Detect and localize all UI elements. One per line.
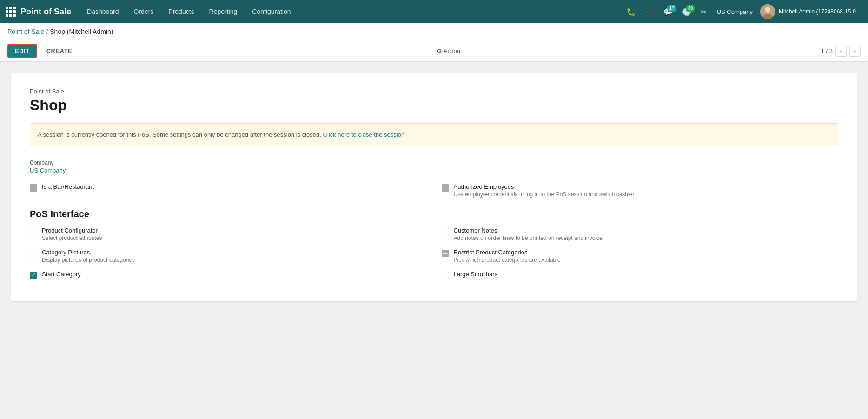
customer-notes-label: Customer Notes xyxy=(454,227,603,234)
start-category-label: Start Category xyxy=(42,271,81,278)
main-content: Point of Sale Shop A session is currentl… xyxy=(0,62,868,416)
authorized-employees-checkbox[interactable] xyxy=(442,184,449,192)
col-bar-restaurant: Is a Bar/Restaurant xyxy=(30,183,427,198)
start-category-info: Start Category xyxy=(42,271,81,278)
is-bar-restaurant-label: Is a Bar/Restaurant xyxy=(42,183,94,190)
nav-reporting[interactable]: Reporting xyxy=(203,5,244,18)
breadcrumb-separator: / xyxy=(46,28,48,35)
product-configurator-checkbox[interactable] xyxy=(30,228,37,235)
is-bar-restaurant-checkbox[interactable] xyxy=(30,184,37,192)
col-category-pictures: Category Pictures Display pictures of pr… xyxy=(30,249,427,263)
phone-icon[interactable]: 📞 xyxy=(642,6,657,18)
authorized-employees-desc: Use employee credentials to log in to th… xyxy=(454,191,635,198)
company-label: Company xyxy=(30,160,838,166)
scissors-icon[interactable]: ✂ xyxy=(698,6,709,18)
col-authorized-employees: Authorized Employees Use employee creden… xyxy=(442,183,839,198)
nav-dashboard[interactable]: Dashboard xyxy=(80,5,126,18)
nav-orders[interactable]: Orders xyxy=(127,5,160,18)
customer-notes-checkbox[interactable] xyxy=(442,228,449,235)
restrict-categories-desc: Pick which product categories are availa… xyxy=(454,257,561,263)
prev-page-button[interactable]: ‹ xyxy=(835,46,847,57)
alert-text: A session is currently opened for this P… xyxy=(38,131,321,138)
apps-icon[interactable] xyxy=(6,7,16,17)
authorized-employees-info: Authorized Employees Use employee creden… xyxy=(454,183,635,198)
category-pictures-info: Category Pictures Display pictures of pr… xyxy=(42,249,135,263)
category-pictures-checkbox[interactable] xyxy=(30,250,37,257)
chat-icon[interactable]: 💬 17 xyxy=(661,6,676,18)
customer-notes-info: Customer Notes Add notes on order lines … xyxy=(454,227,603,241)
col-start-category: Start Category xyxy=(30,271,427,279)
large-scrollbars-info: Large Scrollbars xyxy=(454,271,498,278)
large-scrollbars-label: Large Scrollbars xyxy=(454,271,498,278)
start-category-checkbox[interactable] xyxy=(30,272,37,279)
company-field: Company US Company xyxy=(30,160,838,174)
clock-badge: 30 xyxy=(686,5,695,12)
record-title: Shop xyxy=(30,97,838,114)
svg-point-1 xyxy=(765,7,770,13)
avatar[interactable] xyxy=(760,4,775,19)
company-value[interactable]: US Company xyxy=(30,167,838,174)
restrict-categories-label: Restrict Product Categories xyxy=(454,249,561,256)
alert-banner: A session is currently opened for this P… xyxy=(30,123,838,146)
col-customer-notes: Customer Notes Add notes on order lines … xyxy=(442,227,839,241)
record-type: Point of Sale xyxy=(30,88,838,95)
col-restrict-categories: Restrict Product Categories Pick which p… xyxy=(442,249,839,263)
page-info: 1 / 3 xyxy=(821,47,833,54)
col-large-scrollbars: Large Scrollbars xyxy=(442,271,839,279)
edit-button[interactable]: EDIT xyxy=(7,44,37,58)
is-bar-restaurant-info: Is a Bar/Restaurant xyxy=(42,183,94,190)
customer-notes-desc: Add notes on order lines to be printed o… xyxy=(454,235,603,241)
record-card: Point of Sale Shop A session is currentl… xyxy=(11,73,857,301)
authorized-employees-label: Authorized Employees xyxy=(454,183,635,190)
product-configurator-label: Product Configurator xyxy=(42,227,102,234)
col-product-configurator: Product Configurator Select product attr… xyxy=(30,227,427,241)
row-bar-auth: Is a Bar/Restaurant Authorized Employees… xyxy=(30,183,838,198)
next-page-button[interactable]: › xyxy=(849,46,861,57)
breadcrumb-current: Shop (Mitchell Admin) xyxy=(50,28,113,35)
pos-interface-title: PoS Interface xyxy=(30,209,838,219)
create-button[interactable]: CREATE xyxy=(43,45,76,57)
product-configurator-info: Product Configurator Select product attr… xyxy=(42,227,102,241)
row-category-restrict: Category Pictures Display pictures of pr… xyxy=(30,249,838,263)
navbar-right: 🐛 📞 💬 17 🕐 30 ✂ US Company Mitchell Admi… xyxy=(623,4,862,19)
action-button[interactable]: ⚙ Action xyxy=(437,47,460,54)
alert-link[interactable]: Click here to close the session xyxy=(323,131,405,138)
breadcrumb-parent[interactable]: Point of Sale xyxy=(7,28,44,35)
restrict-categories-checkbox[interactable] xyxy=(442,250,449,257)
nav-products[interactable]: Products xyxy=(162,5,200,18)
pagination: 1 / 3 ‹ › xyxy=(821,46,861,57)
navbar: Point of Sale Dashboard Orders Products … xyxy=(0,0,868,23)
product-configurator-desc: Select product attributes xyxy=(42,235,102,241)
category-pictures-desc: Display pictures of product categories xyxy=(42,257,135,263)
brand[interactable]: Point of Sale xyxy=(6,7,71,17)
bug-icon[interactable]: 🐛 xyxy=(623,6,638,18)
clock-icon[interactable]: 🕐 30 xyxy=(679,6,694,18)
restrict-categories-info: Restrict Product Categories Pick which p… xyxy=(454,249,561,263)
chat-badge: 17 xyxy=(667,5,676,12)
brand-label: Point of Sale xyxy=(20,7,71,17)
company-selector[interactable]: US Company xyxy=(713,7,756,17)
row-start-scrollbars: Start Category Large Scrollbars xyxy=(30,271,838,279)
breadcrumb: Point of Sale / Shop (Mitchell Admin) xyxy=(0,23,868,40)
row-product-customer: Product Configurator Select product attr… xyxy=(30,227,838,241)
nav-configuration[interactable]: Configuration xyxy=(245,5,297,18)
large-scrollbars-checkbox[interactable] xyxy=(442,272,449,279)
action-bar: EDIT CREATE ⚙ Action 1 / 3 ‹ › xyxy=(0,40,868,62)
user-name: Mitchell Admin (17248068-15-0-... xyxy=(779,8,862,15)
category-pictures-label: Category Pictures xyxy=(42,249,135,256)
action-center: ⚙ Action xyxy=(81,47,815,54)
